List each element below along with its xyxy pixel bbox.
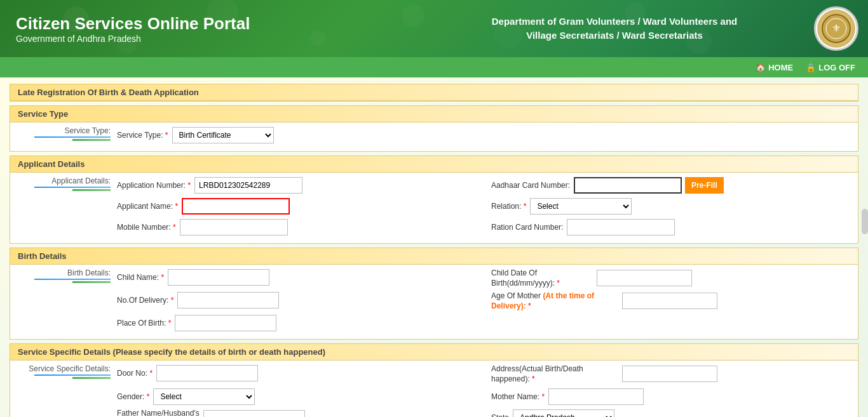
- specific-side-text: Service Specific Details:: [15, 364, 111, 373]
- header-branding: Citizen Services Online Portal Governmen…: [10, 14, 415, 44]
- specific-blue-underline: [34, 374, 111, 376]
- scrollbar[interactable]: [862, 209, 868, 234]
- ration-card-field: Ration Card Number:: [478, 218, 853, 236]
- place-birth-input[interactable]: [175, 315, 276, 331]
- service-type-content: Service Type: Service Type: * Birth Cert…: [15, 126, 853, 147]
- service-specific-section: Service Specific Details (Please specify…: [10, 343, 858, 417]
- applicant-side-text: Applicant Details:: [15, 176, 111, 185]
- delivery-field: No.Of Delivery: *: [117, 291, 478, 309]
- applicant-green-underline: [72, 189, 111, 191]
- door-no-input[interactable]: [156, 365, 258, 381]
- applicant-fields: Application Number: * LRBD012302542289 A…: [117, 176, 853, 239]
- service-type-label: Service Type: *: [117, 131, 168, 140]
- gender-field: Gender: * Select Male Female Other: [117, 388, 478, 406]
- relation-field: Relation: * Select Self Son Daughter: [478, 197, 853, 215]
- applicant-name-input[interactable]: [182, 198, 290, 215]
- specific-fields: Door No: * Address(Actual Birth/Death ha…: [117, 364, 853, 417]
- relation-label: Relation: *: [491, 202, 526, 211]
- page-title-section: Late Registration Of Birth & Death Appli…: [10, 84, 858, 102]
- applicant-details-body: Applicant Details: Application Number: *…: [10, 173, 858, 243]
- applicant-side-label: Applicant Details:: [15, 176, 117, 239]
- home-link[interactable]: 🏠 HOME: [756, 63, 793, 72]
- door-no-label: Door No: *: [117, 369, 153, 378]
- address-input[interactable]: [622, 366, 717, 382]
- home-icon: 🏠: [756, 63, 766, 72]
- birth-row2: No.Of Delivery: * Age Of Mother (At the …: [117, 291, 853, 311]
- address-label: Address(Actual Birth/Death happened): *: [491, 364, 618, 384]
- logo-emblem: ⚜: [817, 10, 855, 48]
- birth-details-header: Birth Details: [10, 248, 858, 265]
- navigation-bar: 🏠 HOME 🔒 LOG OFF: [0, 57, 868, 77]
- logoff-link[interactable]: 🔒 LOG OFF: [806, 63, 855, 72]
- aadhaar-field: Aadhaar Card Number: Pre-Fill: [478, 176, 853, 194]
- birth-row3: Place Of Birth: *: [117, 314, 853, 332]
- specific-row3: Father Name/Husband's Name: * State Andh…: [117, 409, 853, 417]
- service-specific-header: Service Specific Details (Please specify…: [10, 344, 858, 361]
- child-name-field: Child Name: *: [117, 268, 478, 286]
- father-name-input[interactable]: [203, 410, 305, 417]
- service-type-section: Service Type Service Type: Service Type:…: [10, 105, 858, 152]
- father-name-label: Father Name/Husband's Name: *: [117, 409, 200, 417]
- place-birth-label: Place Of Birth: *: [117, 319, 171, 328]
- applicant-details-section: Applicant Details Applicant Details: App…: [10, 156, 858, 244]
- applicant-name-label: Applicant Name: *: [117, 202, 178, 211]
- father-name-field: Father Name/Husband's Name: *: [117, 409, 478, 417]
- portal-title: Citizen Services Online Portal: [16, 14, 415, 34]
- mobile-label: Mobile Number: *: [117, 223, 176, 232]
- birth-blue-underline: [34, 279, 111, 280]
- state-label: State: [491, 413, 509, 417]
- birth-row1: Child Name: * Child Date Of Birth(dd/mm/…: [117, 268, 853, 288]
- applicant-name-field: Applicant Name: *: [117, 197, 478, 215]
- child-name-input[interactable]: [168, 269, 269, 286]
- lock-icon: 🔒: [806, 63, 816, 72]
- applicant-row1: Application Number: * LRBD012302542289 A…: [117, 176, 853, 194]
- service-type-header: Service Type: [10, 106, 858, 122]
- service-type-select[interactable]: Birth Certificate Death Certificate: [172, 127, 274, 143]
- applicant-row3: Mobile Number: * Ration Card Number:: [117, 218, 853, 236]
- application-number-label: Application Number: *: [117, 181, 191, 190]
- mother-name-field: Mother Name: *: [478, 388, 853, 406]
- ration-card-input[interactable]: [567, 219, 675, 235]
- gender-label: Gender: *: [117, 392, 149, 401]
- mother-name-label: Mother Name: *: [491, 392, 545, 401]
- child-dob-input[interactable]: [597, 270, 692, 286]
- specific-row2: Gender: * Select Male Female Other: [117, 388, 853, 406]
- mobile-input[interactable]: [180, 219, 288, 235]
- service-specific-body: Service Specific Details: Door No: *: [10, 361, 858, 417]
- application-number-field: Application Number: * LRBD012302542289: [117, 176, 478, 194]
- address-field: Address(Actual Birth/Death happened): *: [478, 364, 853, 384]
- govt-subtitle: Government of Andhra Pradesh: [16, 34, 415, 44]
- door-no-field: Door No: *: [117, 364, 478, 382]
- birth-side-text: Birth Details:: [15, 268, 111, 277]
- prefill-button[interactable]: Pre-Fill: [685, 177, 724, 194]
- birth-details-section: Birth Details Birth Details: Child Name:…: [10, 248, 858, 340]
- age-mother-input[interactable]: [622, 293, 717, 309]
- specific-row1: Door No: * Address(Actual Birth/Death ha…: [117, 364, 853, 384]
- service-type-fields: Service Type: * Birth Certificate Death …: [117, 126, 853, 147]
- dept-line1: Department of Gram Volunteers / Ward Vol…: [415, 15, 814, 29]
- birth-fields: Child Name: * Child Date Of Birth(dd/mm/…: [117, 268, 853, 335]
- birth-details-body: Birth Details: Child Name: *: [10, 265, 858, 339]
- main-content: Late Registration Of Birth & Death Appli…: [0, 77, 868, 417]
- govt-logo: ⚜: [814, 6, 858, 51]
- specific-green-underline: [72, 377, 111, 379]
- birth-details-content: Birth Details: Child Name: *: [15, 268, 853, 335]
- aadhaar-input[interactable]: [574, 177, 682, 194]
- state-select[interactable]: Andhra Pradesh Telangana: [513, 409, 614, 417]
- applicant-details-header: Applicant Details: [10, 156, 858, 173]
- mother-name-input[interactable]: [548, 388, 644, 405]
- gender-select[interactable]: Select Male Female Other: [153, 388, 255, 405]
- application-number-input[interactable]: LRBD012302542289: [194, 177, 302, 194]
- child-dob-label: Child Date Of Birth(dd/mm/yyyy): *: [491, 268, 593, 288]
- delivery-label: No.Of Delivery: *: [117, 296, 173, 305]
- service-type-body: Service Type: Service Type: * Birth Cert…: [10, 122, 858, 151]
- dept-line2: Village Secretariats / Ward Secretariats: [415, 29, 814, 43]
- delivery-input[interactable]: [177, 292, 279, 308]
- relation-select[interactable]: Select Self Son Daughter: [530, 198, 632, 215]
- place-birth-field: Place Of Birth: *: [117, 314, 853, 332]
- applicant-blue-underline: [34, 187, 111, 188]
- ration-card-label: Ration Card Number:: [491, 223, 563, 232]
- blue-underline: [34, 136, 111, 138]
- page-header: Citizen Services Online Portal Governmen…: [0, 0, 868, 57]
- child-name-label: Child Name: *: [117, 273, 164, 282]
